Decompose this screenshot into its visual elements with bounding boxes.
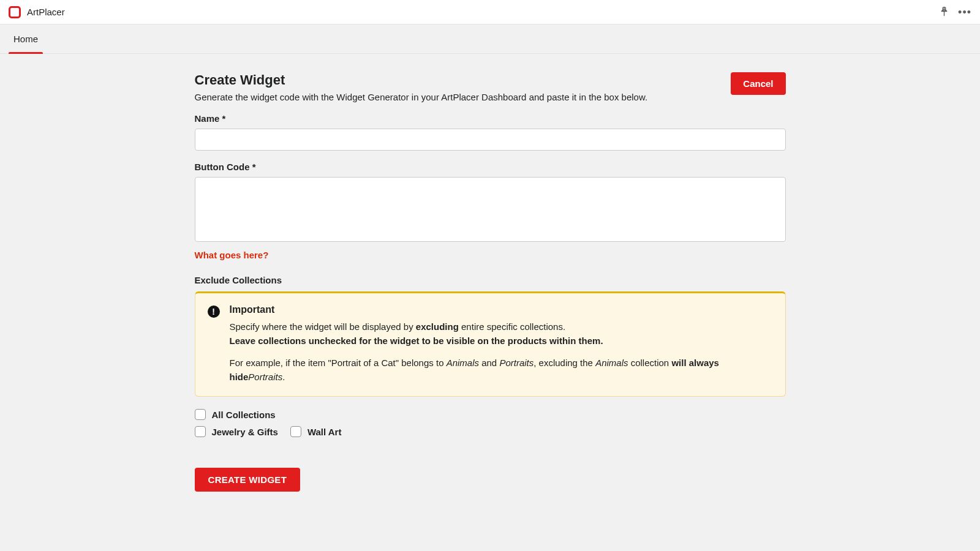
- checkbox-collection-0[interactable]: [195, 426, 206, 437]
- pin-icon[interactable]: [939, 6, 949, 18]
- checkbox-all-collections[interactable]: [195, 409, 206, 420]
- checkbox-collection-0-label: Jewelry & Gifts: [212, 427, 278, 437]
- callout-body: Specify where the widget will be display…: [230, 320, 773, 384]
- button-code-input[interactable]: [195, 177, 786, 242]
- alert-icon: !: [208, 305, 220, 384]
- checkbox-all-collections-label: All Collections: [212, 410, 276, 420]
- tab-home[interactable]: Home: [9, 24, 43, 53]
- create-widget-button[interactable]: CREATE WIDGET: [195, 468, 301, 492]
- app-header: ArtPlacer •••: [0, 0, 980, 24]
- app-logo-icon: [9, 6, 21, 18]
- page-subtitle: Generate the widget code with the Widget…: [195, 92, 648, 102]
- tab-label: Home: [13, 34, 38, 44]
- page-content: Create Widget Generate the widget code w…: [195, 54, 786, 516]
- cancel-button[interactable]: Cancel: [731, 72, 785, 95]
- tabs-bar: Home: [0, 24, 980, 54]
- checkbox-collection-1-label: Wall Art: [307, 427, 342, 437]
- button-code-label: Button Code *: [195, 162, 786, 172]
- name-label: Name *: [195, 113, 786, 124]
- name-input[interactable]: [195, 129, 786, 151]
- checkbox-collection-1[interactable]: [290, 426, 301, 437]
- important-callout: ! Important Specify where the widget wil…: [195, 291, 786, 397]
- exclude-collections-label: Exclude Collections: [195, 275, 786, 285]
- what-goes-here-link[interactable]: What goes here?: [195, 250, 269, 260]
- more-icon[interactable]: •••: [958, 7, 971, 18]
- callout-title: Important: [230, 304, 773, 315]
- app-title: ArtPlacer: [27, 7, 65, 17]
- page-title: Create Widget: [195, 72, 648, 88]
